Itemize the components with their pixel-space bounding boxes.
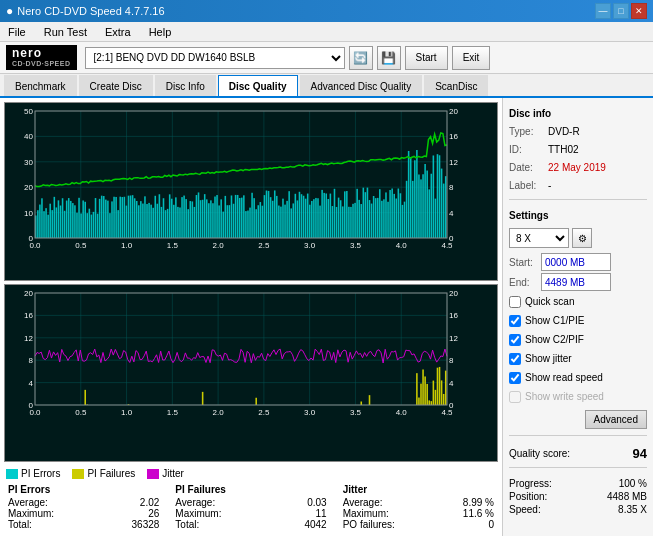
- speed-row: Speed: 8.35 X: [509, 504, 647, 515]
- pi-errors-color-box: [6, 469, 18, 479]
- speed-select[interactable]: 8 X 4 X 6 X 12 X 16 X: [509, 228, 569, 248]
- quick-scan-checkbox[interactable]: [509, 296, 521, 308]
- progress-value: 100 %: [619, 478, 647, 489]
- settings-icon-button[interactable]: ⚙: [572, 228, 592, 248]
- tab-benchmark[interactable]: Benchmark: [4, 75, 77, 96]
- main-content: PI Errors PI Failures Jitter PI Errors A…: [0, 98, 653, 536]
- end-mb-row: End:: [509, 273, 647, 291]
- quick-scan-row: Quick scan: [509, 294, 647, 310]
- pi-errors-total-label: Total:: [8, 519, 32, 530]
- start-button[interactable]: Start: [405, 46, 448, 70]
- save-icon-button[interactable]: 💾: [377, 46, 401, 70]
- jitter-avg-label: Average:: [343, 497, 383, 508]
- progress-row: Progress: 100 %: [509, 478, 647, 489]
- close-button[interactable]: ✕: [631, 3, 647, 19]
- pi-errors-legend-label: PI Errors: [21, 468, 60, 479]
- menu-extra[interactable]: Extra: [101, 24, 135, 40]
- tab-bar: Benchmark Create Disc Disc Info Disc Qua…: [0, 74, 653, 98]
- jitter-max-label: Maximum:: [343, 508, 389, 519]
- speed-label: Speed:: [509, 504, 541, 515]
- show-read-speed-checkbox[interactable]: [509, 372, 521, 384]
- jitter-max-value: 11.6 %: [463, 508, 494, 519]
- speed-settings-row: 8 X 4 X 6 X 12 X 16 X ⚙: [509, 228, 647, 248]
- po-failures-value: 0: [488, 519, 494, 530]
- legend-pi-failures: PI Failures: [72, 468, 135, 479]
- chart-area: PI Errors PI Failures Jitter PI Errors A…: [0, 98, 503, 536]
- jitter-legend-label: Jitter: [162, 468, 184, 479]
- maximize-button[interactable]: □: [613, 3, 629, 19]
- legend-jitter: Jitter: [147, 468, 184, 479]
- divider-2: [509, 435, 647, 436]
- pi-errors-max-label: Maximum:: [8, 508, 54, 519]
- pi-failures-avg-value: 0.03: [307, 497, 326, 508]
- pi-errors-title: PI Errors: [8, 484, 159, 495]
- tab-disc-quality[interactable]: Disc Quality: [218, 75, 298, 96]
- minimize-button[interactable]: —: [595, 3, 611, 19]
- start-mb-input[interactable]: [541, 253, 611, 271]
- tab-scandisc[interactable]: ScanDisc: [424, 75, 488, 96]
- show-c2pif-checkbox[interactable]: [509, 334, 521, 346]
- show-write-speed-checkbox[interactable]: [509, 391, 521, 403]
- pi-failures-max-label: Maximum:: [175, 508, 221, 519]
- disc-date-label: Date:: [509, 160, 544, 175]
- mb-row: Start: End:: [509, 253, 647, 291]
- show-write-speed-label: Show write speed: [525, 389, 604, 405]
- divider-1: [509, 199, 647, 200]
- end-mb-label: End:: [509, 277, 537, 288]
- menu-file[interactable]: File: [4, 24, 30, 40]
- end-mb-input[interactable]: [541, 273, 611, 291]
- stats-row: PI Errors Average: 2.02 Maximum: 26 Tota…: [4, 482, 498, 532]
- jitter-color-box: [147, 469, 159, 479]
- disc-label-value: -: [548, 178, 551, 193]
- legend-area: PI Errors PI Failures Jitter: [4, 465, 498, 482]
- disc-type-row: Type: DVD-R: [509, 124, 647, 139]
- app-icon: ●: [6, 4, 13, 18]
- disc-id-value: TTH02: [548, 142, 579, 157]
- tab-advanced-disc-quality[interactable]: Advanced Disc Quality: [300, 75, 423, 96]
- disc-info-title: Disc info: [509, 108, 647, 119]
- exit-button[interactable]: Exit: [452, 46, 491, 70]
- quick-scan-label: Quick scan: [525, 294, 574, 310]
- show-read-speed-row: Show read speed: [509, 370, 647, 386]
- pi-errors-total-value: 36328: [132, 519, 160, 530]
- show-read-speed-label: Show read speed: [525, 370, 603, 386]
- advanced-button[interactable]: Advanced: [585, 410, 647, 429]
- progress-section: Progress: 100 % Position: 4488 MB Speed:…: [509, 478, 647, 515]
- jitter-title: Jitter: [343, 484, 494, 495]
- disc-date-row: Date: 22 May 2019: [509, 160, 647, 175]
- disc-type-value: DVD-R: [548, 124, 580, 139]
- pi-failures-title: PI Failures: [175, 484, 326, 495]
- show-c1pie-row: Show C1/PIE: [509, 313, 647, 329]
- show-write-speed-row: Show write speed: [509, 389, 647, 405]
- pi-errors-avg-label: Average:: [8, 497, 48, 508]
- show-jitter-checkbox[interactable]: [509, 353, 521, 365]
- disc-date-value: 22 May 2019: [548, 160, 606, 175]
- refresh-icon-button[interactable]: 🔄: [349, 46, 373, 70]
- show-c2pif-label: Show C2/PIF: [525, 332, 584, 348]
- show-jitter-label: Show jitter: [525, 351, 572, 367]
- pi-failures-total-label: Total:: [175, 519, 199, 530]
- menu-help[interactable]: Help: [145, 24, 176, 40]
- menu-run-test[interactable]: Run Test: [40, 24, 91, 40]
- position-value: 4488 MB: [607, 491, 647, 502]
- position-label: Position:: [509, 491, 547, 502]
- title-bar: ● Nero CD-DVD Speed 4.7.7.16 — □ ✕: [0, 0, 653, 22]
- show-c1pie-label: Show C1/PIE: [525, 313, 584, 329]
- tab-create-disc[interactable]: Create Disc: [79, 75, 153, 96]
- pi-failures-max-value: 11: [316, 508, 327, 519]
- position-row: Position: 4488 MB: [509, 491, 647, 502]
- drive-select[interactable]: [2:1] BENQ DVD DD DW1640 BSLB: [85, 47, 345, 69]
- show-c1pie-checkbox[interactable]: [509, 315, 521, 327]
- window-title: Nero CD-DVD Speed 4.7.7.16: [17, 5, 164, 17]
- start-mb-label: Start:: [509, 257, 537, 268]
- disc-label-row: Label: -: [509, 178, 647, 193]
- tab-disc-info[interactable]: Disc Info: [155, 75, 216, 96]
- disc-id-row: ID: TTH02: [509, 142, 647, 157]
- show-jitter-row: Show jitter: [509, 351, 647, 367]
- jitter-stats: Jitter Average: 8.99 % Maximum: 11.6 % P…: [343, 484, 494, 530]
- right-panel: Disc info Type: DVD-R ID: TTH02 Date: 22…: [503, 98, 653, 536]
- bottom-chart: [4, 284, 498, 463]
- pi-failures-total-value: 4042: [304, 519, 326, 530]
- legend-pi-errors: PI Errors: [6, 468, 60, 479]
- pi-errors-avg-value: 2.02: [140, 497, 159, 508]
